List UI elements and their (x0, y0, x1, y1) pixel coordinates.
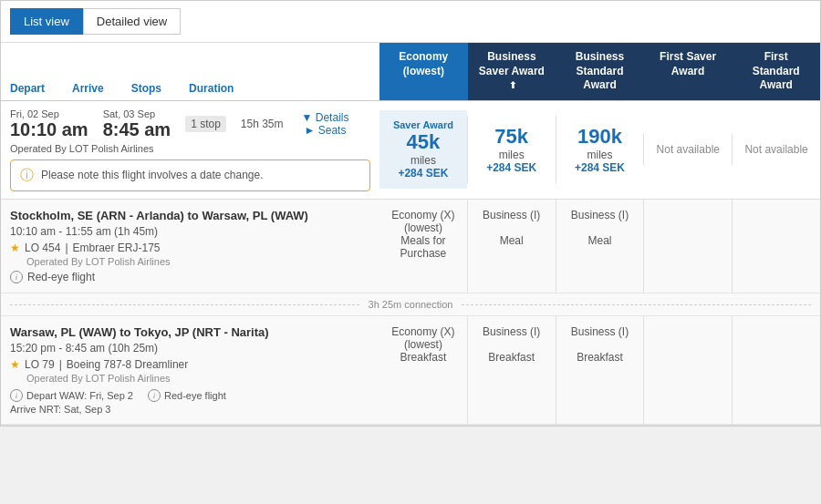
business-standard-col-header: Business Standard Award (556, 43, 644, 100)
seg1-biz-saver-cell: Business (I) Meal (467, 200, 556, 293)
depart-day: Fri, 02 Sep (10, 108, 88, 119)
economy-col-header: Economy (lowest) (379, 43, 468, 100)
segment-2-time: 15:20 pm - 8:45 am (10h 25m) (10, 342, 370, 355)
biz-saver-miles-unit: miles (473, 149, 550, 161)
list-view-button[interactable]: List view (10, 8, 83, 35)
arrive-col-header: Arrive (72, 82, 104, 95)
segment-row-2: Warsaw, PL (WAW) to Tokyo, JP (NRT - Nar… (1, 316, 820, 425)
star-icon-2: ★ (10, 358, 20, 371)
segment-1-flight: ★ LO 454 | Embraer ERJ-175 (10, 242, 370, 254)
seg2-first-saver-cell (643, 316, 732, 424)
biz-std-price-sek: +284 SEK (562, 161, 639, 174)
seg1-first-std-cell (732, 200, 820, 293)
depart-arrive-note: i Depart WAW: Fri, Sep 2 i Red-eye fligh… (10, 389, 370, 402)
business-standard-price-cell[interactable]: 190k miles +284 SEK (556, 116, 644, 183)
notice-icon: ⓘ (20, 167, 34, 184)
first-saver-not-available: Not available (650, 143, 726, 156)
biz-saver-price-sek: +284 SEK (473, 161, 550, 174)
biz-std-miles: 190k (562, 125, 639, 149)
seg2-first-std-cell (732, 316, 820, 424)
date-change-notice: ⓘ Please note this flight involves a dat… (10, 159, 370, 191)
seg1-biz-std-cell: Business (I) Meal (556, 200, 644, 293)
segment-2-award-cells: Economy (X) (lowest) Breakfast Business … (379, 316, 820, 424)
saver-label: Saver Award (385, 119, 462, 130)
seg2-biz-std-cell: Business (I) Breakfast (556, 316, 644, 424)
seg2-economy-cell: Economy (X) (lowest) Breakfast (379, 316, 467, 424)
connection-bar: 3h 25m connection (1, 293, 820, 316)
arrive-day: Sat, 03 Sep (103, 108, 171, 119)
award-price-cols: Saver Award 45k miles +284 SEK 75k miles… (379, 101, 820, 199)
details-link[interactable]: ▼ Details (302, 111, 349, 124)
info-icon-2: i (10, 389, 23, 402)
segment-1-operated: Operated By LOT Polish Airlines (26, 256, 370, 267)
first-saver-price-cell[interactable]: Not available (643, 134, 732, 165)
stops-col-header: Stops (131, 82, 161, 95)
biz-std-miles-unit: miles (562, 149, 639, 161)
biz-saver-miles: 75k (473, 125, 550, 149)
segment-2-operated: Operated By LOT Polish Airlines (26, 373, 370, 384)
arrive-note: Arrive NRT: Sat, Sep 3 (10, 404, 370, 415)
first-standard-price-cell[interactable]: Not available (732, 134, 820, 165)
duration-col-header: Duration (189, 82, 234, 95)
first-saver-col-header: First Saver Award (644, 43, 733, 100)
segment-2-flight: ★ LO 79 | Boeing 787-8 Dreamliner (10, 358, 370, 371)
segment-1-award-cells: Economy (X) (lowest) Meals for Purchase … (379, 200, 820, 293)
stops-badge: 1 stop (185, 116, 226, 132)
segment-1-route: Stockholm, SE (ARN - Arlanda) to Warsaw,… (10, 209, 370, 222)
arrive-time: 8:45 am (103, 119, 171, 140)
seg1-first-saver-cell (643, 200, 732, 293)
depart-col-header: Depart (10, 82, 45, 95)
segment-row-1: Stockholm, SE (ARN - Arlanda) to Warsaw,… (1, 200, 820, 293)
seg1-economy-cell: Economy (X) (lowest) Meals for Purchase (379, 200, 467, 293)
business-saver-price-cell[interactable]: 75k miles +284 SEK (467, 116, 556, 183)
seats-link[interactable]: ► Seats (305, 124, 347, 137)
economy-price-sek: +284 SEK (385, 167, 462, 180)
detailed-view-button[interactable]: Detailed view (83, 8, 181, 35)
award-column-headers: Economy (lowest) Business Saver Award ⬆ … (379, 43, 820, 100)
duration-text: 15h 35m (241, 118, 284, 130)
depart-time: 10:10 am (10, 119, 88, 140)
economy-miles-unit: miles (385, 154, 462, 167)
first-standard-not-available: Not available (738, 143, 815, 156)
first-standard-col-header: First Standard Award (732, 43, 820, 100)
operated-by-label: Operated By LOT Polish Airlines (10, 143, 370, 154)
star-icon: ★ (10, 242, 20, 254)
segment-1-red-eye: i Red-eye flight (10, 271, 370, 283)
segment-2-route: Warsaw, PL (WAW) to Tokyo, JP (NRT - Nar… (10, 325, 370, 339)
economy-miles: 45k (385, 130, 462, 154)
info-icon-1: i (10, 271, 23, 283)
segment-1-time: 10:10 am - 11:55 am (1h 45m) (10, 225, 370, 238)
economy-price-cell[interactable]: Saver Award 45k miles +284 SEK (379, 110, 467, 189)
info-icon-3: i (148, 389, 161, 402)
seg2-biz-saver-cell: Business (I) Breakfast (467, 316, 556, 424)
business-saver-col-header: Business Saver Award ⬆ (468, 43, 556, 100)
